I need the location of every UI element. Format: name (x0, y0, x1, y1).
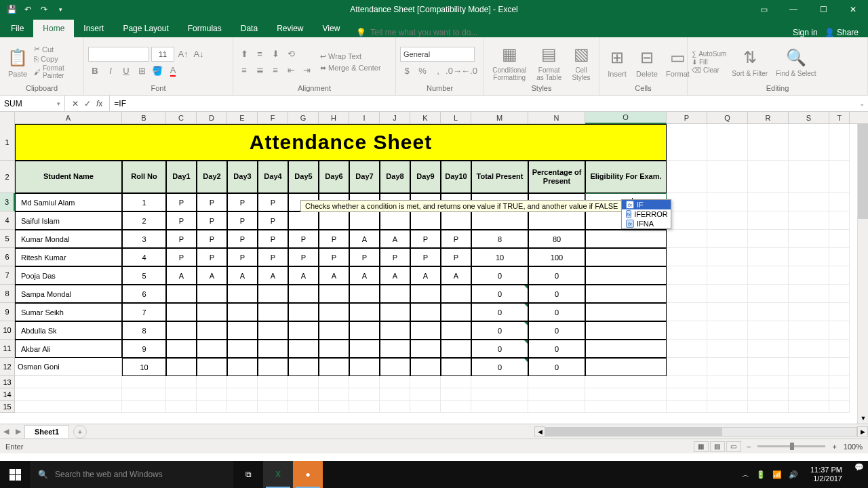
cell[interactable] (349, 401, 380, 413)
roll-cell[interactable]: 6 (122, 285, 166, 303)
cell[interactable] (227, 376, 258, 388)
tab-data[interactable]: Data (231, 20, 267, 37)
tab-view[interactable]: View (313, 20, 350, 37)
cell[interactable] (748, 285, 789, 303)
row-header-3[interactable]: 3 (0, 193, 15, 211)
day-cell[interactable]: A (258, 266, 288, 285)
zoom-out-button[interactable]: − (747, 443, 751, 451)
cell[interactable] (707, 303, 748, 321)
day-cell[interactable]: A (380, 266, 410, 285)
day-cell[interactable] (227, 340, 258, 358)
day-cell[interactable]: P (166, 211, 197, 230)
row-header-13[interactable]: 13 (0, 376, 15, 388)
day-cell[interactable]: P (227, 230, 258, 248)
cell[interactable] (748, 321, 789, 340)
cell[interactable] (288, 376, 319, 388)
insert-cells-button[interactable]: ⊞Insert (604, 45, 631, 79)
day-cell[interactable]: A (197, 266, 227, 285)
autocomplete-item-ifna[interactable]: fxIFNA (622, 219, 671, 228)
total-cell[interactable]: 0 (471, 266, 528, 285)
day-cell[interactable] (319, 358, 349, 376)
student-name-cell[interactable]: Saiful Islam (15, 211, 122, 230)
roll-cell[interactable]: 8 (122, 321, 166, 340)
cell[interactable] (748, 401, 789, 413)
table-header[interactable]: Percentage of Present (528, 161, 585, 193)
table-header[interactable]: Day2 (197, 161, 227, 193)
cell[interactable] (349, 388, 380, 401)
increase-font-icon[interactable]: A↑ (176, 47, 190, 61)
paste-button[interactable]: 📋Paste (4, 45, 31, 79)
column-header-N[interactable]: N (528, 112, 585, 124)
day-cell[interactable] (288, 303, 319, 321)
cell[interactable] (748, 303, 789, 321)
column-header-H[interactable]: H (319, 112, 349, 124)
ribbon-display-options-icon[interactable]: ▭ (749, 0, 778, 19)
cell[interactable] (667, 376, 707, 388)
cell[interactable] (15, 376, 122, 388)
number-format-select[interactable] (400, 47, 475, 62)
align-left-icon[interactable]: ≡ (237, 64, 251, 77)
cell[interactable] (258, 376, 288, 388)
day-cell[interactable] (349, 340, 380, 358)
day-cell[interactable] (349, 211, 380, 230)
close-button[interactable]: ✕ (838, 0, 868, 19)
column-header-E[interactable]: E (227, 112, 258, 124)
cell[interactable] (667, 388, 707, 401)
cell[interactable] (707, 358, 748, 376)
column-header-D[interactable]: D (197, 112, 227, 124)
zoom-level[interactable]: 100% (844, 443, 863, 451)
student-name-cell[interactable]: Sumar Seikh (15, 303, 122, 321)
day-cell[interactable]: P (288, 230, 319, 248)
cell[interactable] (380, 376, 410, 388)
roll-cell[interactable]: 1 (122, 193, 166, 211)
name-box[interactable]: SUM▾ (0, 96, 65, 111)
cell[interactable] (789, 124, 829, 161)
tab-file[interactable]: File (1, 20, 33, 37)
cell[interactable] (410, 388, 441, 401)
cell[interactable] (789, 340, 829, 358)
task-view-icon[interactable]: ⧉ (233, 461, 263, 488)
student-name-cell[interactable]: Abdulla Sk (15, 321, 122, 340)
maximize-button[interactable]: ☐ (808, 0, 838, 19)
cell[interactable] (197, 401, 227, 413)
roll-cell[interactable]: 10 (122, 358, 166, 376)
day-cell[interactable]: P (258, 230, 288, 248)
tab-home[interactable]: Home (33, 20, 74, 37)
formula-autocomplete[interactable]: fxIF fxIFERROR fxIFNA (621, 199, 671, 229)
eligibility-cell[interactable] (585, 248, 667, 266)
comma-icon[interactable]: , (431, 64, 445, 78)
column-header-Q[interactable]: Q (707, 112, 748, 124)
bold-button[interactable]: B (88, 64, 102, 78)
day-cell[interactable] (349, 321, 380, 340)
normal-view-icon[interactable]: ▦ (694, 441, 709, 452)
row-header-5[interactable]: 5 (0, 230, 15, 248)
cell[interactable] (319, 401, 349, 413)
day-cell[interactable] (349, 358, 380, 376)
day-cell[interactable] (319, 285, 349, 303)
cell[interactable] (748, 266, 789, 285)
increase-indent-icon[interactable]: ⇥ (300, 64, 313, 77)
cell[interactable] (122, 376, 166, 388)
cell[interactable] (789, 193, 829, 211)
cell[interactable] (122, 388, 166, 401)
tell-me-input[interactable] (370, 28, 506, 37)
day-cell[interactable] (258, 321, 288, 340)
cell[interactable] (789, 161, 829, 193)
cell[interactable] (288, 388, 319, 401)
taskbar-search[interactable]: 🔍 Search the web and Windows (30, 461, 233, 488)
row-header-11[interactable]: 11 (0, 340, 15, 358)
tab-insert[interactable]: Insert (74, 20, 113, 37)
cell[interactable] (707, 124, 748, 161)
tray-wifi-icon[interactable]: 📶 (772, 470, 782, 479)
align-top-icon[interactable]: ⬆ (237, 47, 251, 61)
fx-icon[interactable]: fx (96, 99, 102, 108)
align-middle-icon[interactable]: ≡ (253, 47, 267, 61)
format-as-table-button[interactable]: ▤Format as Table (533, 42, 565, 83)
day-cell[interactable]: P (227, 193, 258, 211)
pct-cell[interactable]: 0 (528, 340, 585, 358)
day-cell[interactable] (197, 303, 227, 321)
cell[interactable] (667, 161, 707, 193)
font-size-input[interactable] (151, 47, 174, 62)
day-cell[interactable]: P (197, 211, 227, 230)
cell[interactable] (288, 401, 319, 413)
